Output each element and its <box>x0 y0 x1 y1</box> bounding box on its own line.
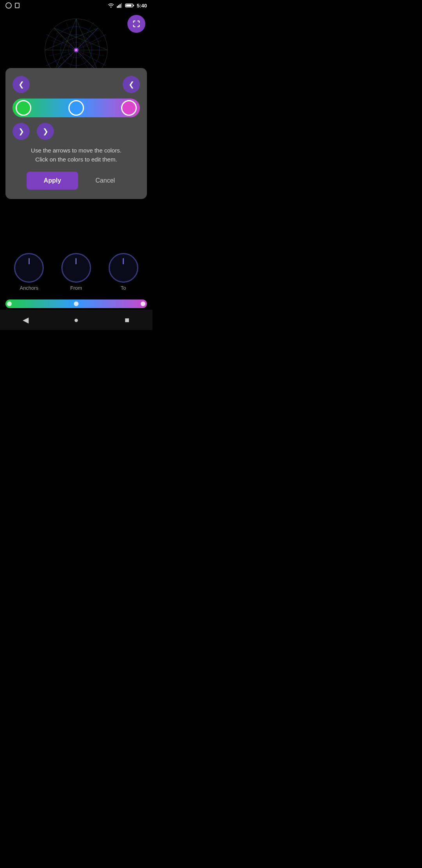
nav-home-icon: ● <box>74 316 79 325</box>
nav-recents-button[interactable]: ■ <box>122 314 132 325</box>
cancel-button[interactable]: Cancel <box>84 172 126 190</box>
svg-line-25 <box>76 28 98 50</box>
apply-button[interactable]: Apply <box>27 172 78 190</box>
back-arrows-row: ❮ ❮ <box>13 76 140 93</box>
knob-from: From <box>61 253 91 291</box>
svg-line-34 <box>51 40 76 50</box>
svg-line-21 <box>76 50 106 66</box>
knob-to-indicator <box>123 258 124 264</box>
expand-icon <box>132 20 141 28</box>
knob-to: To <box>109 253 138 291</box>
nav-home-button[interactable]: ● <box>71 314 82 325</box>
expand-button[interactable] <box>127 15 145 33</box>
knob-to-circle[interactable] <box>109 253 138 283</box>
instruction-text: Use the arrows to move the colors. Click… <box>13 146 140 164</box>
status-right-icons: 5:40 <box>108 3 147 9</box>
forward-arrows-row: ❯ ❯ <box>13 123 140 140</box>
knob-anchors: Anchors <box>14 253 44 291</box>
knob-anchors-label: Anchors <box>20 285 38 291</box>
svg-line-28 <box>54 28 76 50</box>
svg-rect-3 <box>117 6 118 8</box>
forward-arrow-center-icon: ❯ <box>43 127 48 136</box>
svg-line-23 <box>46 50 76 66</box>
slider-thumb-blue[interactable] <box>68 100 84 116</box>
instruction-line1: Use the arrows to move the colors. <box>13 146 140 155</box>
nav-recents-icon: ■ <box>125 316 129 325</box>
svg-rect-5 <box>120 4 121 8</box>
knob-from-label: From <box>70 285 82 291</box>
forward-arrow-center[interactable]: ❯ <box>37 123 54 140</box>
wifi-icon <box>108 3 114 8</box>
status-bar: 5:40 <box>0 0 152 11</box>
forward-arrow-left[interactable]: ❯ <box>13 123 30 140</box>
nav-back-button[interactable]: ◀ <box>20 314 31 325</box>
forward-arrow-left-icon: ❯ <box>18 127 24 136</box>
battery-icon <box>125 3 134 8</box>
svg-point-41 <box>75 49 77 51</box>
instruction-line2: Click on the colors to edit them. <box>13 155 140 164</box>
knob-anchors-indicator <box>29 258 30 264</box>
bottom-gradient-bar[interactable] <box>5 299 147 308</box>
back-arrow-left[interactable]: ❮ <box>13 76 30 93</box>
svg-rect-1 <box>15 3 19 8</box>
svg-rect-8 <box>126 5 131 7</box>
knobs-area: Anchors From To <box>0 253 152 291</box>
status-left-icons <box>5 2 20 9</box>
back-arrow-right[interactable]: ❮ <box>123 76 140 93</box>
signal-icon <box>116 3 123 8</box>
knob-anchors-circle[interactable] <box>14 253 44 283</box>
nav-bar: ◀ ● ■ <box>0 310 152 330</box>
back-arrow-left-icon: ❮ <box>18 80 24 89</box>
svg-point-0 <box>6 3 11 8</box>
bar-dot-left <box>7 301 12 306</box>
svg-line-29 <box>76 40 102 50</box>
doc-icon <box>14 2 20 9</box>
slider-thumb-green[interactable] <box>16 100 31 116</box>
nav-back-icon: ◀ <box>23 315 29 325</box>
knob-to-label: To <box>121 285 126 291</box>
status-time: 5:40 <box>137 3 147 9</box>
color-slider-track[interactable] <box>13 99 140 117</box>
dialog-buttons: Apply Cancel <box>13 172 140 190</box>
bar-dot-right <box>141 301 145 306</box>
bar-dot-center <box>74 301 79 306</box>
svg-rect-4 <box>118 5 120 8</box>
svg-line-20 <box>76 34 106 50</box>
svg-point-2 <box>110 7 111 8</box>
knob-from-circle[interactable] <box>61 253 91 283</box>
svg-line-24 <box>46 34 76 50</box>
color-dialog: ❮ ❮ ❯ ❯ Use the arrows to move the color… <box>5 68 147 199</box>
knob-from-indicator <box>75 258 77 264</box>
svg-rect-9 <box>133 5 134 6</box>
back-arrow-right-icon: ❮ <box>129 80 134 89</box>
slider-thumb-pink[interactable] <box>121 100 137 116</box>
svg-rect-6 <box>121 3 122 8</box>
circle-icon <box>5 2 12 9</box>
